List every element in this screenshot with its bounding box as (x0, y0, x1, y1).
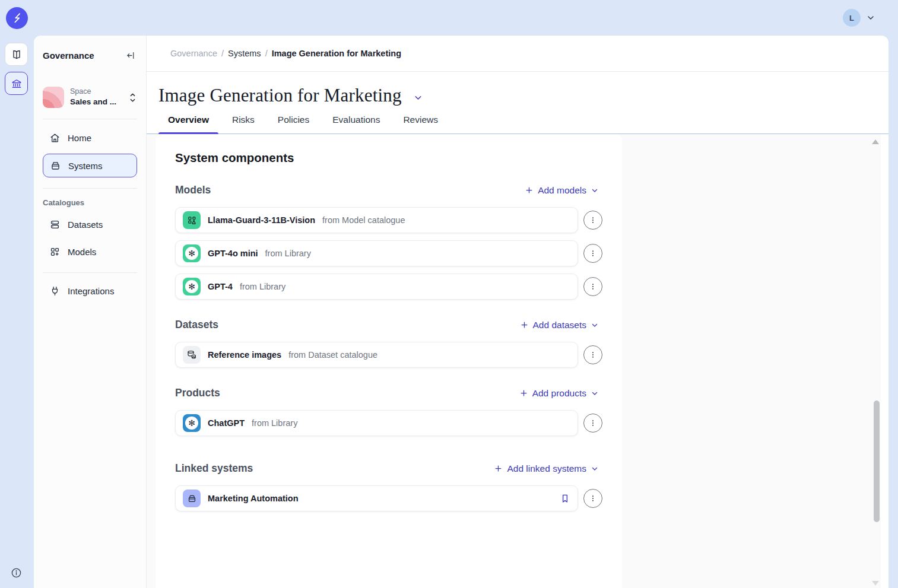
tab-policies[interactable]: Policies (268, 115, 319, 134)
component-name: GPT-4 (208, 282, 233, 291)
model-row: Llama-Guard-3-11B-Vision from Model cata… (175, 207, 602, 233)
tab-risks[interactable]: Risks (223, 115, 264, 134)
catalogues-section-label: Catalogues (43, 198, 137, 207)
component-source: from Library (265, 249, 311, 258)
add-linked-systems-button[interactable]: Add linked systems (494, 463, 599, 474)
governance-rail-button[interactable] (5, 72, 28, 95)
collapse-sidebar-icon (126, 50, 136, 61)
sidebar-divider (43, 119, 137, 119)
openai-green-icon: ✻ (183, 244, 201, 262)
model-kebab-menu-button[interactable] (583, 277, 602, 296)
systems-archive-icon (50, 160, 61, 171)
sidebar-title: Governance (43, 50, 94, 61)
component-source: from Model catalogue (322, 215, 405, 225)
breadcrumb-item-systems[interactable]: Systems (228, 49, 261, 58)
user-menu[interactable]: L (843, 9, 875, 27)
model-row: ✻ GPT-4 from Library (175, 274, 602, 300)
sidebar-item-integrations[interactable]: Integrations (43, 279, 137, 303)
datasets-section-title: Datasets (175, 319, 218, 331)
breadcrumb-item-current: Image Generation for Marketing (272, 49, 401, 58)
component-name: Marketing Automation (208, 494, 299, 503)
sidebar-item-models[interactable]: Models (43, 241, 137, 262)
component-source: from Dataset catalogue (288, 350, 377, 360)
component-name: Llama-Guard-3-11B-Vision (208, 215, 315, 225)
openai-blue-icon: ✻ (183, 414, 201, 432)
kebab-dots-icon (588, 350, 598, 360)
kebab-dots-icon (588, 282, 598, 291)
plus-icon (494, 464, 503, 473)
section-heading: System components (175, 151, 602, 165)
add-models-button[interactable]: Add models (525, 185, 599, 196)
kebab-dots-icon (588, 418, 598, 428)
unfold-chevrons-icon (128, 92, 137, 103)
chevron-down-icon (591, 321, 599, 329)
add-products-button[interactable]: Add products (519, 388, 599, 399)
sidebar-item-datasets[interactable]: Datasets (43, 214, 137, 234)
chevron-down-icon (591, 389, 599, 398)
app-window: Governance Space Sales and ... (34, 36, 889, 588)
model-catalogue-icon (183, 211, 201, 229)
openai-green-icon: ✻ (183, 278, 201, 295)
chevron-down-icon (591, 186, 599, 195)
linked-system-row: Marketing Automation (175, 485, 602, 511)
avatar[interactable]: L (843, 9, 861, 27)
linked-system-card-marketing-automation[interactable]: Marketing Automation (175, 485, 578, 511)
datasets-stack-icon (49, 219, 61, 230)
scrollbar-up-arrow[interactable] (872, 139, 879, 144)
component-name: Reference images (208, 350, 281, 360)
sidebar-item-home[interactable]: Home (43, 126, 137, 149)
user-menu-chevron-down-icon[interactable] (866, 13, 875, 23)
bookmark-icon (560, 493, 570, 504)
add-datasets-button[interactable]: Add datasets (520, 320, 599, 330)
component-source: from Library (252, 418, 297, 428)
info-icon[interactable] (11, 567, 22, 579)
tab-reviews[interactable]: Reviews (394, 115, 448, 134)
bookmark-button[interactable] (560, 493, 570, 504)
dataset-row: Reference images from Dataset catalogue (175, 342, 602, 368)
products-section-title: Products (175, 387, 220, 399)
sidebar-item-label: Systems (68, 161, 103, 171)
plus-icon (519, 389, 528, 398)
sidebar-divider (43, 272, 137, 273)
main-area: Governance / Systems / Image Generation … (147, 36, 889, 588)
system-archive-icon (183, 490, 201, 507)
bank-icon (11, 78, 23, 90)
linked-system-kebab-menu-button[interactable] (583, 489, 602, 508)
sidebar-divider (43, 188, 137, 189)
breadcrumb-separator: / (265, 49, 268, 58)
logo-squiggle-icon (11, 11, 24, 24)
model-card-gpt4o-mini[interactable]: ✻ GPT-4o mini from Library (175, 240, 578, 266)
models-section-title: Models (175, 184, 211, 196)
title-menu-button[interactable] (413, 93, 423, 103)
product-kebab-menu-button[interactable] (583, 414, 602, 433)
scrollbar-thumb[interactable] (874, 401, 880, 522)
component-source: from Library (240, 282, 285, 291)
tab-bar: Overview Risks Policies Evaluations Revi… (147, 115, 889, 134)
book-icon (11, 49, 23, 61)
kebab-dots-icon (588, 215, 598, 225)
space-selector[interactable]: Space Sales and ... (43, 87, 137, 108)
plug-icon (49, 285, 61, 297)
sidebar-item-label: Datasets (68, 220, 103, 230)
kebab-dots-icon (588, 494, 598, 503)
dataset-kebab-menu-button[interactable] (583, 345, 602, 364)
product-row: ✻ ChatGPT from Library (175, 410, 602, 436)
plus-icon (525, 186, 534, 195)
sidebar-item-systems[interactable]: Systems (43, 154, 137, 177)
dataset-card-reference-images[interactable]: Reference images from Dataset catalogue (175, 342, 578, 368)
app-logo[interactable] (6, 7, 28, 29)
scrollbar-down-arrow[interactable] (872, 581, 879, 586)
breadcrumb-item-governance[interactable]: Governance (170, 49, 217, 58)
sidebar-collapse-button[interactable] (125, 49, 137, 62)
model-kebab-menu-button[interactable] (583, 244, 602, 263)
library-rail-button[interactable] (5, 43, 28, 66)
topbar: L (0, 0, 898, 36)
kebab-dots-icon (588, 249, 598, 258)
model-card-llama-guard[interactable]: Llama-Guard-3-11B-Vision from Model cata… (175, 207, 578, 233)
tab-overview[interactable]: Overview (158, 115, 218, 134)
sidebar-item-label: Models (68, 247, 96, 257)
model-kebab-menu-button[interactable] (583, 211, 602, 230)
product-card-chatgpt[interactable]: ✻ ChatGPT from Library (175, 410, 578, 436)
model-card-gpt4[interactable]: ✻ GPT-4 from Library (175, 274, 578, 300)
tab-evaluations[interactable]: Evaluations (323, 115, 389, 134)
